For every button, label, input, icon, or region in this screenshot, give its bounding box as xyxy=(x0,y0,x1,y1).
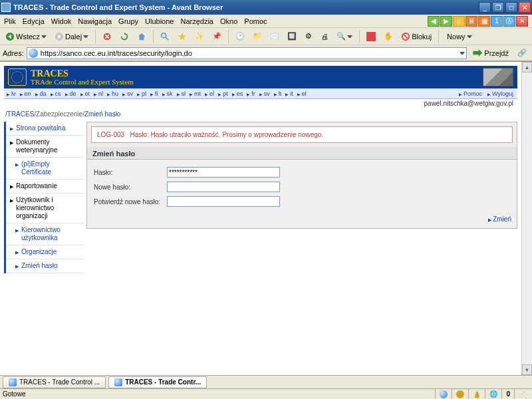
close-button[interactable]: ✕ xyxy=(519,2,531,13)
confirm-password-input[interactable] xyxy=(167,196,280,207)
tile-app-button[interactable]: Ⓐ xyxy=(503,16,515,27)
refresh-button[interactable] xyxy=(117,30,132,43)
sidebar-item-reporting[interactable]: Raportowanie xyxy=(6,180,84,194)
menu-help[interactable]: Pomoc xyxy=(244,17,267,25)
settings-button[interactable]: ⚙ xyxy=(302,30,315,43)
sidebar-item-usermgmt-sub[interactable]: Kierownictwo użytkownika xyxy=(6,223,84,245)
new-password-input[interactable] xyxy=(167,182,280,192)
form-area: Hasło: Nowe hasło: Potwierdź nowe hasło: xyxy=(87,160,517,213)
scroll-down-button[interactable]: ▼ xyxy=(522,364,532,375)
search-button[interactable] xyxy=(158,30,172,43)
sidebar-item-change-pw[interactable]: Zmień hasło xyxy=(6,259,84,273)
hand-button[interactable]: ✋ xyxy=(381,30,396,43)
lang-link[interactable]: fr xyxy=(247,90,255,97)
lang-link[interactable]: de xyxy=(65,90,76,97)
sidebar-item-orgs[interactable]: Organizacje xyxy=(6,245,84,259)
scrollbar[interactable]: ▲ ▼ xyxy=(521,62,532,375)
lang-link[interactable]: sk xyxy=(162,90,173,97)
language-strip: lv en da cs de et nl hu sv pl fi sk sl m… xyxy=(4,88,517,99)
logout-link[interactable]: Wyloguj xyxy=(487,90,513,97)
mail-button[interactable]: ✉️ xyxy=(267,30,282,43)
lang-link[interactable]: cs xyxy=(51,90,61,97)
help-link[interactable]: Pomoc xyxy=(459,90,482,97)
restore-button[interactable]: ❐ xyxy=(492,2,504,13)
breadcrumb-leaf[interactable]: Zmień hasło xyxy=(84,110,120,118)
lang-link[interactable]: lt xyxy=(274,90,282,97)
lang-link[interactable]: sv xyxy=(259,90,270,97)
tile-back-button[interactable]: ◀ xyxy=(428,16,440,27)
chevron-down-icon[interactable] xyxy=(460,52,465,55)
menu-groups[interactable]: Grupy xyxy=(118,17,138,25)
minimize-button[interactable]: _ xyxy=(479,2,491,13)
stop-button[interactable] xyxy=(100,30,114,43)
lang-link[interactable]: sl xyxy=(177,90,186,97)
zoom-button[interactable]: 🔍 xyxy=(334,30,355,43)
lang-link[interactable]: it xyxy=(285,90,293,97)
lang-link[interactable]: sv xyxy=(122,90,133,97)
submit-button[interactable]: Zmień xyxy=(488,215,511,223)
status-resize-grip[interactable]: ⋰ xyxy=(514,389,529,399)
menu-tools[interactable]: Narzędzia xyxy=(180,17,213,25)
forward-button[interactable]: Dalej xyxy=(52,30,91,43)
breadcrumb-root[interactable]: /TRACES xyxy=(5,110,34,118)
password-input[interactable] xyxy=(167,167,280,178)
task-tab-active[interactable]: TRACES - Trade Contr... xyxy=(108,376,207,388)
tile-home-button[interactable]: ⌂ xyxy=(453,16,465,27)
lang-link[interactable]: es xyxy=(232,90,243,97)
sidebar-item-welcome[interactable]: Strona powitalna xyxy=(6,122,84,136)
task-tab[interactable]: TRACES - Trade Control ... xyxy=(3,376,106,388)
lang-link[interactable]: en xyxy=(20,90,31,97)
home-button[interactable] xyxy=(134,30,149,43)
folder-button[interactable]: 📁 xyxy=(250,30,265,43)
error-message: LOG-003 Hasło: Hasło utraciło ważność. P… xyxy=(91,126,513,143)
lang-link[interactable]: fi xyxy=(150,90,158,97)
tile-window-button[interactable]: 1 xyxy=(491,16,503,27)
menu-window[interactable]: Okno xyxy=(220,17,237,25)
lang-link[interactable]: mt xyxy=(190,90,201,97)
address-box[interactable] xyxy=(27,47,467,59)
menu-file[interactable]: Plik xyxy=(4,17,16,25)
lang-link[interactable]: pt xyxy=(218,90,228,97)
sidebar-item-empty-cert[interactable]: (pl)Empty Certificate xyxy=(6,158,84,180)
lang-link[interactable]: nl xyxy=(94,90,103,97)
lang-link[interactable]: pl xyxy=(137,90,146,97)
status-bar: Gotowe 🌐 0 ⋰ xyxy=(0,388,532,399)
maximize-button[interactable]: □ xyxy=(505,2,517,13)
lang-link[interactable]: el xyxy=(205,90,214,97)
go-button[interactable]: Przejdź xyxy=(469,47,512,59)
links-button[interactable]: 🔗 xyxy=(515,47,529,60)
menu-nav[interactable]: Nawigacja xyxy=(78,17,112,25)
lang-link[interactable]: hu xyxy=(107,90,118,97)
sidebar-item-usermgmt[interactable]: Użytkownik i kierownictwo organizacji xyxy=(6,194,84,223)
print-button[interactable]: 🖨 xyxy=(318,30,331,43)
tile-fwd-button[interactable]: ▶ xyxy=(440,16,452,27)
lang-link[interactable]: el xyxy=(297,90,307,97)
chevron-down-icon xyxy=(41,35,47,38)
window-buttons: _ ❐ □ ✕ xyxy=(479,2,531,13)
new-button[interactable]: Nowy xyxy=(443,30,475,43)
address-input[interactable] xyxy=(41,49,459,57)
menu-edit[interactable]: Edycja xyxy=(23,17,45,25)
wand-icon: ✨ xyxy=(195,32,204,41)
wand-button[interactable]: ✨ xyxy=(192,30,207,43)
tile-grid-button[interactable]: ▦ xyxy=(478,16,490,27)
block-button[interactable]: Blokuj xyxy=(398,30,434,43)
tile-close-button[interactable]: ✕ xyxy=(516,16,528,27)
bullet-icon xyxy=(15,262,19,270)
app-button[interactable] xyxy=(364,30,378,43)
tile-list-button[interactable]: ≣ xyxy=(466,16,477,27)
scroll-up-button[interactable]: ▲ xyxy=(522,62,532,72)
lang-link[interactable]: da xyxy=(35,90,47,97)
sidebar-item-vetdocs[interactable]: Dokumenty weterynaryjne xyxy=(6,136,84,158)
lang-link[interactable]: et xyxy=(80,90,90,97)
view-button[interactable]: 🔲 xyxy=(285,30,299,43)
pin-button[interactable]: 📌 xyxy=(209,30,224,43)
menu-view[interactable]: Widok xyxy=(51,17,72,25)
lang-link[interactable]: lv xyxy=(7,90,16,97)
network-icon xyxy=(440,390,448,398)
bullet-icon xyxy=(15,226,19,234)
back-button[interactable]: Wstecz xyxy=(3,30,49,43)
history-button[interactable]: 🕑 xyxy=(233,30,247,43)
menu-favorites[interactable]: Ulubione xyxy=(145,17,174,25)
favorites-button[interactable] xyxy=(175,30,190,43)
